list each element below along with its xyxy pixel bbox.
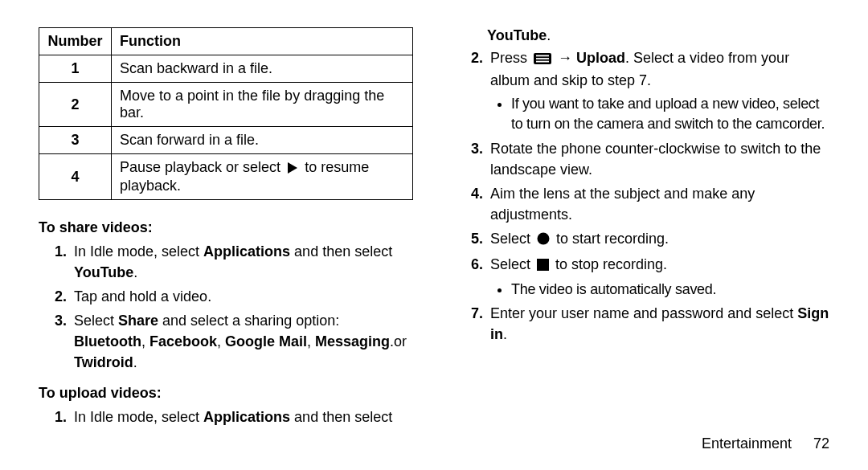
svg-marker-0 [288,162,297,174]
left-column: Number Function 1 Scan backward in a fil… [39,27,434,454]
upload-heading: To upload videos: [39,385,413,402]
share-heading: To share videos: [39,219,413,236]
svg-rect-3 [536,58,549,59]
cell-num: 4 [39,154,112,200]
cell-func: Scan forward in a file. [112,127,413,154]
stop-icon [537,255,549,276]
upload-steps-left: In Idle mode, select Applications and th… [39,407,413,427]
list-item: Select Share and select a sharing option… [71,310,413,373]
sub-bullet: If you want to take and upload a new vid… [490,94,829,134]
play-icon [287,161,298,178]
section-name: Entertainment [702,435,792,452]
table-row: 1 Scan backward in a file. [39,55,413,83]
list-item: Tap and hold a video. [71,286,413,307]
svg-rect-4 [536,61,549,63]
svg-point-5 [538,232,550,244]
list-item: Rotate the phone counter-clockwise to sw… [487,138,829,180]
list-item: In Idle mode, select Applications and th… [71,241,413,283]
th-number: Number [39,28,112,55]
table-header-row: Number Function [39,28,413,55]
table-row: 2 Move to a point in the file by draggin… [39,83,413,127]
table-row: 3 Scan forward in a file. [39,127,413,154]
sub-bullet: The video is automatically saved. [490,280,829,300]
list-item: Press → Upload. Select a video from your… [487,47,829,135]
page-number: 72 [813,435,829,452]
cell-func: Pause playback or select to resume playb… [112,154,413,200]
list-item: The video is automatically saved. [511,280,829,300]
cell-num: 3 [39,127,112,154]
page-footer: Entertainment 72 [702,435,829,452]
function-table: Number Function 1 Scan backward in a fil… [39,27,413,200]
list-item: Select to start recording. [487,228,829,251]
list-item: Aim the lens at the subject and make any… [487,183,829,225]
table-row: 4 Pause playback or select to resume pla… [39,154,413,200]
share-steps: In Idle mode, select Applications and th… [39,241,413,374]
menu-icon [534,49,551,70]
upload-steps-right: Press → Upload. Select a video from your… [455,47,829,345]
list-item: Select to stop recording. The video is a… [487,254,829,300]
list-item: If you want to take and upload a new vid… [511,94,829,134]
cell-func: Move to a point in the file by dragging … [112,83,413,127]
th-function: Function [112,28,413,55]
record-icon [537,230,550,251]
right-column: YouTube. Press → Upload. Select a video … [434,27,829,454]
youtube-continuation: YouTube [487,27,547,43]
cell-num: 2 [39,83,112,127]
cell-num: 1 [39,55,112,83]
list-item: Enter your user name and password and se… [487,303,829,345]
manual-page: Number Function 1 Scan backward in a fil… [0,0,868,470]
svg-rect-6 [537,259,549,271]
svg-rect-2 [536,55,549,57]
list-item: In Idle mode, select Applications and th… [71,407,413,427]
cell-func: Scan backward in a file. [112,55,413,83]
